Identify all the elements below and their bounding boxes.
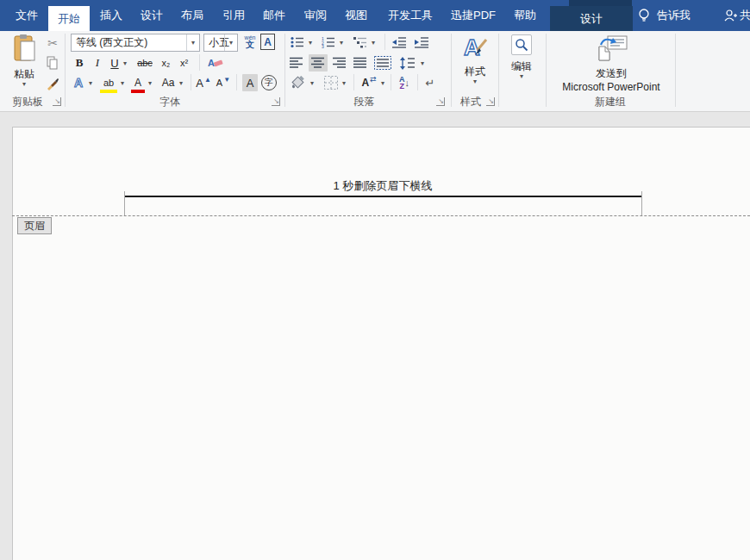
clipboard-dialog-launcher-icon[interactable] <box>53 97 61 106</box>
grow-font-icon[interactable]: A▲ <box>196 74 211 91</box>
tab-references[interactable]: 引用 <box>214 0 253 31</box>
cut-icon[interactable]: ✂ <box>45 34 60 52</box>
format-painter-icon[interactable] <box>45 75 60 92</box>
tab-developer[interactable]: 开发工具 <box>379 0 441 31</box>
search-icon <box>511 34 532 55</box>
copy-icon[interactable] <box>45 54 60 72</box>
decrease-indent-icon[interactable] <box>390 34 409 51</box>
bullets-icon[interactable] <box>290 34 305 51</box>
font-color-dropdown-icon[interactable] <box>147 74 153 91</box>
clipboard-group-label: 剪贴板 <box>5 95 50 109</box>
line-spacing-icon[interactable] <box>398 54 417 72</box>
superscript-button[interactable]: x² <box>177 54 191 72</box>
send-to-powerpoint-button[interactable]: 发送到 Microsoft PowerPoint <box>550 34 672 93</box>
tab-pdf[interactable]: 迅捷PDF <box>443 0 503 31</box>
tab-file[interactable]: 文件 <box>7 0 47 31</box>
show-marks-icon[interactable]: ↵ <box>422 74 438 91</box>
styles-button[interactable]: A 样式 ▾ <box>455 34 495 84</box>
character-border-icon[interactable]: A <box>260 34 275 50</box>
asian-layout-dropdown-icon[interactable] <box>379 74 386 91</box>
svg-text:A: A <box>74 76 83 90</box>
share-person-icon[interactable] <box>722 8 738 23</box>
editing-button[interactable]: 编辑 ▾ <box>503 34 540 79</box>
send-to-powerpoint-icon <box>594 34 628 62</box>
line-spacing-dropdown-icon[interactable] <box>419 54 426 72</box>
lightbulb-icon[interactable] <box>635 7 653 24</box>
strikethrough-button[interactable]: abc <box>134 54 155 72</box>
multilevel-dropdown-icon[interactable] <box>370 34 377 51</box>
clear-formatting-icon[interactable]: A <box>205 54 226 72</box>
increase-indent-icon[interactable] <box>412 34 431 51</box>
tell-me-label[interactable]: 告诉我 <box>657 0 691 31</box>
underline-dropdown-icon[interactable] <box>122 54 128 72</box>
divider <box>391 74 391 90</box>
font-size-dropdown-icon[interactable] <box>224 34 237 51</box>
header-underline-left-tick <box>124 191 125 215</box>
distribute-icon[interactable] <box>372 54 393 72</box>
header-tag: 页眉 <box>17 217 52 234</box>
font-size-combo[interactable]: 小五 <box>203 34 238 52</box>
tab-mailings[interactable]: 邮件 <box>254 0 294 31</box>
editing-dropdown-icon[interactable]: ▾ <box>503 74 540 79</box>
ribbon: 粘贴 ▾ ✂ 剪贴板 等线 (西文正文) 小五 wén 文 A B I U ab <box>0 31 750 112</box>
highlight-color-icon[interactable]: ab <box>100 76 117 93</box>
font-name-value: 等线 (西文正文) <box>76 35 147 50</box>
svg-text:A: A <box>208 58 215 68</box>
align-center-icon[interactable] <box>309 54 328 72</box>
tab-header-footer-design[interactable]: 设计 <box>550 6 633 31</box>
font-color-icon[interactable]: A <box>131 76 145 93</box>
bold-button[interactable]: B <box>72 54 86 72</box>
asian-layout-icon[interactable]: A ⇄ <box>359 74 378 91</box>
grow-font-glyph: A <box>196 77 203 90</box>
shading-bucket-icon[interactable] <box>290 74 307 91</box>
styles-dialog-launcher-icon[interactable] <box>486 97 495 106</box>
enclose-characters-icon[interactable]: 字 <box>261 75 277 90</box>
header-tip-text[interactable]: 1 秒删除页眉下横线 <box>124 179 641 193</box>
phonetic-guide-icon[interactable]: wén 文 <box>242 33 258 50</box>
header-underline-right-tick <box>641 191 642 215</box>
share-label[interactable]: 共 <box>740 0 750 31</box>
highlight-dropdown-icon[interactable] <box>119 74 126 91</box>
tab-view[interactable]: 视图 <box>336 0 376 31</box>
text-effects-dropdown-icon[interactable] <box>87 74 94 91</box>
borders-dropdown-icon[interactable] <box>341 74 347 91</box>
tab-review[interactable]: 审阅 <box>296 0 335 31</box>
svg-text:A: A <box>464 34 480 60</box>
italic-button[interactable]: I <box>91 54 103 72</box>
tab-help[interactable]: 帮助 <box>505 0 545 31</box>
numbering-dropdown-icon[interactable] <box>338 34 345 51</box>
tab-layout[interactable]: 布局 <box>172 0 212 31</box>
sort-icon[interactable]: A Z ↓ <box>395 74 414 91</box>
paragraph-group-label: 段落 <box>284 95 444 109</box>
bullets-dropdown-icon[interactable] <box>307 34 314 51</box>
borders-icon[interactable] <box>322 74 340 91</box>
shrink-font-icon[interactable]: A▼ <box>216 74 231 91</box>
change-case-icon[interactable]: Aa <box>159 74 178 91</box>
text-effects-icon[interactable]: A <box>72 74 86 91</box>
tab-home[interactable]: 开始 <box>48 6 90 31</box>
font-name-combo[interactable]: 等线 (西文正文) <box>71 34 200 52</box>
paste-button[interactable]: 粘贴 ▾ <box>5 34 43 87</box>
paste-clipboard-icon <box>12 34 36 63</box>
underline-button[interactable]: U <box>109 54 121 72</box>
tab-design[interactable]: 设计 <box>132 0 172 31</box>
font-dialog-launcher-icon[interactable] <box>272 97 280 106</box>
divider <box>353 74 354 90</box>
justify-icon[interactable] <box>352 54 369 72</box>
subscript-button[interactable]: x₂ <box>159 54 173 72</box>
styles-dropdown-icon[interactable]: ▾ <box>455 79 495 84</box>
align-left-icon[interactable] <box>288 54 305 72</box>
numbering-icon[interactable]: 123 <box>321 34 336 51</box>
tab-insert[interactable]: 插入 <box>91 0 131 31</box>
header-boundary-dashed-line <box>12 215 750 216</box>
font-name-dropdown-icon[interactable] <box>186 34 199 51</box>
divider <box>191 74 191 90</box>
svg-text:3: 3 <box>322 44 324 48</box>
character-shading-icon[interactable]: A <box>242 74 258 91</box>
shading-dropdown-icon[interactable] <box>309 74 316 91</box>
paste-dropdown-icon[interactable]: ▾ <box>5 82 43 87</box>
multilevel-list-icon[interactable] <box>353 34 368 51</box>
change-case-dropdown-icon[interactable] <box>178 74 184 91</box>
paragraph-dialog-launcher-icon[interactable] <box>436 97 445 106</box>
align-right-icon[interactable] <box>331 54 348 72</box>
